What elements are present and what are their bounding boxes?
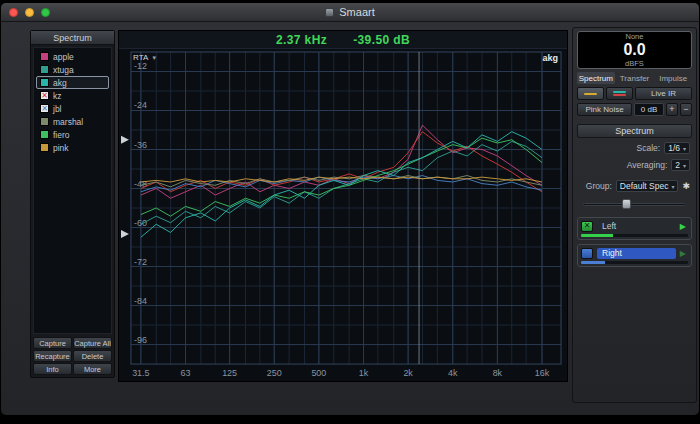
trace-x-icon[interactable]: ✕ — [40, 91, 49, 100]
view-button-row: Live IR — [577, 87, 692, 100]
tab-spectrum[interactable]: Spectrum — [577, 72, 615, 84]
cursor-readout-bar: 2.37 kHz -39.50 dB — [119, 31, 567, 49]
trace-color-swatch[interactable] — [40, 143, 49, 152]
svg-text:1k: 1k — [359, 368, 369, 378]
scale-value: 1/6 — [668, 143, 680, 153]
trace-name: kz — [53, 91, 62, 101]
averaging-row: Averaging: 2 ▾ — [577, 158, 692, 172]
trace-name: jbl — [53, 104, 62, 114]
trace-item-fiero[interactable]: fiero — [36, 128, 109, 141]
trace-color-swatch[interactable] — [40, 130, 49, 139]
scale-row: Scale: 1/6 ▾ — [577, 141, 692, 155]
trace-name: akg — [53, 78, 67, 88]
tab-impulse[interactable]: Impulse — [654, 72, 692, 84]
trace-color-swatch[interactable] — [40, 65, 49, 74]
minimize-window-button[interactable] — [25, 8, 34, 17]
rta-trace-icon — [584, 93, 597, 95]
left-channel-play-icon[interactable]: ▶ — [680, 222, 688, 231]
trace-x-icon[interactable]: ✕ — [40, 104, 49, 113]
right-channel-label[interactable]: Right — [597, 248, 676, 259]
smaart-window: Smaart Spectrum applextugaakg✕kz✕jblmars… — [1, 3, 699, 415]
slider-track — [583, 203, 686, 206]
trace-name: marshal — [53, 117, 83, 127]
svg-text:500: 500 — [311, 368, 326, 378]
left-channel-label[interactable]: Left — [597, 221, 676, 232]
plot-mode-selector[interactable]: RTA ▼ — [133, 53, 157, 62]
trace-item-akg[interactable]: akg — [36, 76, 109, 89]
pink-noise-button[interactable]: Pink Noise — [577, 103, 632, 116]
recapture-button[interactable]: Recapture — [33, 350, 72, 362]
dual-view-button[interactable] — [606, 87, 633, 100]
svg-text:63: 63 — [181, 368, 191, 378]
window-title-area: Smaart — [325, 6, 374, 18]
chevron-down-icon: ▼ — [151, 55, 157, 61]
averaging-select[interactable]: 2 ▾ — [671, 159, 690, 171]
trace-item-xtuga[interactable]: xtuga — [36, 63, 109, 76]
cursor-frequency-readout: 2.37 kHz — [276, 33, 327, 47]
section-title: Spectrum — [577, 124, 692, 138]
svg-text:-84: -84 — [134, 296, 147, 306]
plot-mode-label: RTA — [133, 53, 148, 62]
capture-all-button[interactable]: Capture All — [73, 337, 112, 349]
left-channel-meter — [581, 234, 688, 237]
group-label: Group: — [586, 181, 612, 191]
trace-item-kz[interactable]: ✕kz — [36, 89, 109, 102]
meter-source-label: None — [626, 32, 644, 41]
trace-name: pink — [53, 143, 69, 153]
trace-item-marshal[interactable]: marshal — [36, 115, 109, 128]
svg-text:125: 125 — [222, 368, 237, 378]
scale-label: Scale: — [637, 143, 661, 153]
delete-button[interactable]: Delete — [73, 350, 112, 362]
averaging-value: 2 — [675, 160, 680, 170]
trace-color-swatch[interactable] — [40, 52, 49, 61]
slider-thumb[interactable] — [622, 199, 631, 209]
svg-text:4k: 4k — [448, 368, 458, 378]
trace-sidebar: Spectrum applextugaakg✕kz✕jblmarshalfier… — [30, 30, 115, 378]
zoom-window-button[interactable] — [41, 8, 50, 17]
svg-text:16k: 16k — [535, 368, 550, 378]
trace-color-swatch[interactable] — [40, 117, 49, 126]
window-content: Spectrum applextugaakg✕kz✕jblmarshalfier… — [1, 22, 699, 415]
more-button[interactable]: More — [73, 363, 112, 375]
window-title: Smaart — [339, 6, 374, 18]
right-channel-play-icon[interactable]: ▶ — [680, 249, 688, 258]
generator-level-increase-button[interactable]: + — [666, 103, 678, 116]
trace-item-apple[interactable]: apple — [36, 50, 109, 63]
generator-level-decrease-button[interactable]: − — [680, 103, 692, 116]
chevron-down-icon: ▾ — [671, 183, 674, 190]
spectrum-plot[interactable]: 31.5631252505001k2k4k8k16k-12-24-36-48-6… — [119, 49, 567, 381]
trace-color-swatch[interactable] — [40, 78, 49, 87]
tab-transfer[interactable]: Transfer — [616, 72, 654, 84]
control-panel: None 0.0 dBFS SpectrumTransferImpulse Li… — [572, 27, 697, 403]
trace-name: apple — [53, 52, 74, 62]
info-button[interactable]: Info — [33, 363, 72, 375]
titlebar[interactable]: Smaart — [1, 3, 699, 22]
generator-level-display: 0 dB — [634, 103, 664, 116]
input-level-meter: None 0.0 dBFS — [577, 31, 692, 69]
mode-tabs: SpectrumTransferImpulse — [577, 72, 692, 84]
left-channel-button[interactable]: ✕ — [581, 221, 593, 232]
svg-text:-36: -36 — [134, 140, 147, 150]
close-window-button[interactable] — [9, 8, 18, 17]
window-controls — [9, 3, 50, 21]
svg-text:-12: -12 — [134, 61, 147, 71]
dual-trace-icon-bottom — [613, 94, 626, 96]
trace-action-buttons: CaptureCapture AllRecaptureDeleteInfoMor… — [31, 336, 114, 377]
right-channel-button[interactable] — [581, 248, 593, 259]
right-channel-strip: Right▶ — [577, 244, 692, 267]
group-manager-icon[interactable]: ✱ — [682, 181, 690, 191]
dual-trace-icon-top — [613, 91, 626, 93]
rta-view-button[interactable] — [577, 87, 604, 100]
group-value: Default Spec — [620, 181, 669, 191]
live-ir-button[interactable]: Live IR — [635, 87, 692, 100]
app-icon — [325, 8, 334, 17]
trace-item-pink[interactable]: pink — [36, 141, 109, 154]
trace-item-jbl[interactable]: ✕jbl — [36, 102, 109, 115]
level-slider[interactable] — [583, 198, 686, 210]
svg-text:-72: -72 — [134, 257, 147, 267]
group-select[interactable]: Default Spec ▾ — [616, 180, 679, 192]
channel-strips: ✕Left▶Right▶ — [577, 217, 692, 267]
left-channel-strip: ✕Left▶ — [577, 217, 692, 240]
scale-select[interactable]: 1/6 ▾ — [664, 142, 690, 154]
capture-button[interactable]: Capture — [33, 337, 72, 349]
